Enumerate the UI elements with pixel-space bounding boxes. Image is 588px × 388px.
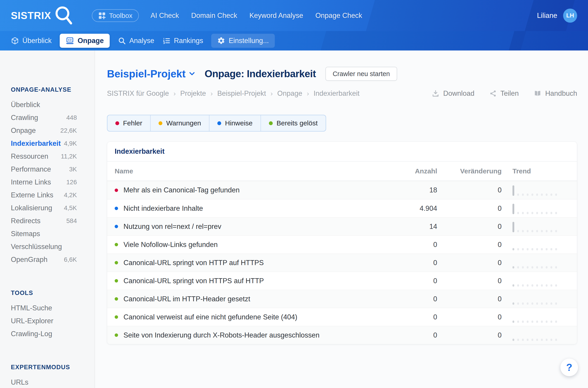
subnav-item-einstellung[interactable]: Einstellung...: [211, 34, 275, 48]
sparkline-point: [546, 284, 547, 287]
row-name: Canonical-URL springt von HTTP auf HTTPS: [124, 259, 264, 267]
sidebar-item[interactable]: Redirects584: [11, 214, 77, 227]
sidebar-item[interactable]: URLs: [11, 376, 77, 388]
sidebar-item[interactable]: Interne Links126: [11, 176, 77, 189]
sidebar-item[interactable]: Onpage22,6K: [11, 124, 77, 137]
sparkline-point: [536, 284, 538, 287]
share-button[interactable]: Teilen: [489, 89, 519, 97]
top-nav-item[interactable]: Onpage Check: [315, 12, 362, 20]
table-row[interactable]: Canonical verweist auf eine nicht gefund…: [107, 308, 577, 326]
row-name: Viele Nofollow-Links gefunden: [124, 241, 218, 249]
sparkline-point: [527, 320, 528, 323]
card-title: Indexierbarkeit: [107, 142, 577, 162]
sistrix-logo[interactable]: SISTRIX: [11, 4, 74, 27]
sidebar-item-label: URL-Explorer: [11, 317, 53, 325]
handbook-button[interactable]: Handbuch: [534, 89, 577, 97]
filter-label: Warnungen: [166, 119, 201, 127]
column-header-trend[interactable]: Trend: [501, 167, 569, 175]
sidebar-item[interactable]: HTML-Suche: [11, 302, 77, 315]
table-row[interactable]: Seite von Indexierung durch X-Robots-Hea…: [107, 326, 577, 344]
severity-dot: [115, 121, 119, 125]
subnav-item-rankings[interactable]: Rankings: [162, 34, 203, 48]
sidebar-item-count: 4,9K: [64, 140, 77, 147]
top-nav-item[interactable]: AI Check: [151, 12, 179, 20]
filter-warnungen[interactable]: Warnungen: [150, 115, 209, 131]
help-button[interactable]: ?: [560, 359, 578, 376]
top-nav-menu: AI CheckDomain CheckKeyword AnalyseOnpag…: [151, 12, 362, 20]
filter-hinweise[interactable]: Hinweise: [209, 115, 261, 131]
top-navigation-bar: SISTRIX Toolbox AI CheckDomain CheckKeyw…: [0, 0, 588, 31]
sidebar-item[interactable]: Ressourcen11,2K: [11, 150, 77, 163]
sidebar-item-count: 126: [66, 179, 77, 186]
sidebar-item[interactable]: Sitemaps: [11, 227, 77, 240]
severity-dot: [115, 225, 118, 228]
sidebar-item[interactable]: Lokalisierung4,5K: [11, 201, 77, 214]
subnav-diagonal-stripe: [507, 31, 588, 50]
table-row[interactable]: Canonical-URL im HTTP-Header gesetzt00: [107, 290, 577, 308]
project-selector[interactable]: Beispiel-Projekt: [107, 68, 195, 80]
column-header-veraenderung[interactable]: Veränderung: [437, 167, 501, 175]
sidebar-item-count: 3K: [69, 166, 77, 173]
sidebar-item-count: 11,2K: [61, 153, 77, 160]
subnav-item-analyse[interactable]: Analyse: [118, 34, 154, 48]
trend-sparkline: [501, 312, 569, 323]
sidebar-item[interactable]: URL-Explorer: [11, 315, 77, 327]
filter-bereits-gel-st[interactable]: Bereits gelöst: [261, 115, 326, 131]
sparkline-point: [527, 339, 528, 341]
trend-sparkline: [501, 275, 569, 287]
sparkline-point: [527, 302, 528, 305]
filter-fehler[interactable]: Fehler: [108, 115, 150, 131]
download-button[interactable]: Download: [432, 89, 475, 97]
table-row[interactable]: Mehr als ein Canonical-Tag gefunden180: [107, 181, 577, 199]
subnav-item-onpage[interactable]: Onpage: [60, 34, 109, 48]
sidebar-item[interactable]: Überblick: [11, 98, 77, 111]
sidebar-item[interactable]: Externe Links4,2K: [11, 189, 77, 201]
breadcrumb-item[interactable]: Onpage: [277, 89, 302, 97]
handbook-book-icon: [534, 90, 542, 97]
sidebar-item[interactable]: Crawling448: [11, 111, 77, 124]
sidebar-item[interactable]: OpenGraph6,6K: [11, 253, 77, 266]
subnav-item-ueberblick[interactable]: Überblick: [11, 34, 52, 48]
sparkline-point: [536, 194, 538, 196]
table-row[interactable]: Canonical-URL springt von HTTP auf HTTPS…: [107, 254, 577, 272]
table-header-row: Name Anzahl Veränderung Trend: [107, 162, 577, 181]
column-header-name[interactable]: Name: [115, 167, 399, 175]
sparkline-point: [550, 194, 552, 196]
breadcrumb-item[interactable]: Indexierbarkeit: [313, 89, 359, 97]
severity-dot: [115, 189, 118, 192]
top-nav-item[interactable]: Domain Check: [191, 12, 237, 20]
table-row[interactable]: Canonical-URL springt von HTTPS auf HTTP…: [107, 272, 577, 290]
sparkline-point: [517, 339, 519, 341]
row-anzahl-value: 14: [399, 222, 437, 231]
sidebar-item[interactable]: Verschlüsselung: [11, 240, 77, 253]
breadcrumb-item[interactable]: SISTRIX für Google: [107, 89, 169, 97]
trend-sparkline: [501, 185, 569, 196]
avatar[interactable]: LH: [563, 9, 577, 23]
column-header-anzahl[interactable]: Anzahl: [399, 167, 437, 175]
restart-crawler-button[interactable]: Crawler neu starten: [326, 67, 397, 81]
rankings-ordered-list-icon: [162, 37, 171, 45]
main-content: Beispiel-Projekt Onpage: Indexierbarkeit…: [95, 50, 588, 388]
sparkline-point: [550, 212, 552, 214]
sparkline-point: [536, 266, 538, 268]
row-name-cell: Viele Nofollow-Links gefunden: [115, 241, 399, 249]
meta-row: SISTRIX für Google›Projekte›Beispiel-Pro…: [107, 89, 577, 97]
sparkline-point: [536, 302, 538, 305]
top-nav-item[interactable]: Keyword Analyse: [249, 12, 303, 20]
sidebar-item-label: Crawling: [11, 114, 38, 122]
sidebar-item[interactable]: Crawling-Log: [11, 327, 77, 340]
table-row[interactable]: Nicht indexierbare Inhalte4.9040: [107, 199, 577, 217]
sparkline-point: [555, 230, 557, 232]
trend-sparkline: [501, 293, 569, 305]
sidebar-item[interactable]: Indexierbarkeit4,9K: [11, 137, 77, 150]
sidebar-item[interactable]: Performance3K: [11, 163, 77, 176]
sparkline-point: [522, 320, 524, 323]
table-row[interactable]: Viele Nofollow-Links gefunden00: [107, 235, 577, 254]
breadcrumb-item[interactable]: Projekte: [180, 89, 206, 97]
breadcrumb-item[interactable]: Beispiel-Projekt: [217, 89, 266, 97]
toolbox-button[interactable]: Toolbox: [92, 9, 139, 22]
sparkline-point: [550, 266, 552, 268]
sparkline-point: [512, 320, 514, 323]
user-name: Liliane: [537, 12, 557, 20]
table-row[interactable]: Nutzung von rel=next / rel=prev140: [107, 217, 577, 235]
